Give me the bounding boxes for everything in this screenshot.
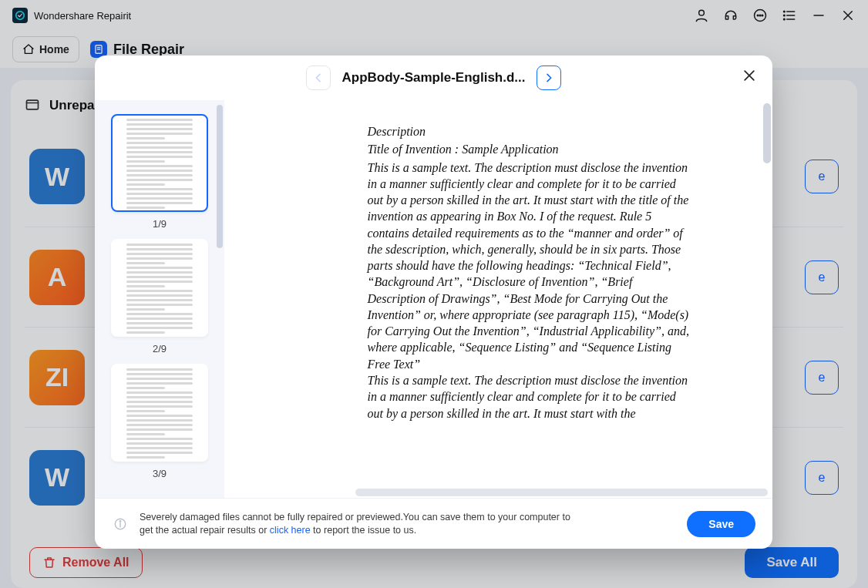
- minimize-icon[interactable]: [811, 8, 826, 23]
- account-icon[interactable]: [694, 8, 709, 23]
- doc-paragraph: This is a sample text. The description m…: [368, 372, 691, 422]
- list-icon[interactable]: [782, 8, 797, 23]
- app-logo-icon: [12, 8, 28, 23]
- modal-notice: Severely damaged files cannot be fully r…: [140, 511, 571, 537]
- file-type-icon: W: [29, 149, 85, 204]
- home-label: Home: [39, 43, 69, 55]
- next-file-button[interactable]: [537, 66, 561, 90]
- modal-footer: Severely damaged files cannot be fully r…: [95, 498, 772, 549]
- title-bar: Wondershare Repairit: [0, 0, 868, 31]
- svg-point-5: [762, 15, 763, 16]
- file-type-icon: A: [29, 250, 85, 305]
- close-app-icon[interactable]: [840, 8, 856, 23]
- save-all-button[interactable]: Save All: [745, 547, 839, 578]
- thumbnail-label: 1/9: [153, 218, 167, 230]
- headset-icon[interactable]: [723, 8, 738, 23]
- svg-point-3: [757, 15, 759, 16]
- file-action-button[interactable]: e: [805, 361, 839, 395]
- notice-text-b: to report the issue to us.: [311, 525, 417, 536]
- doc-paragraph: This is a sample text. The description m…: [368, 160, 691, 372]
- svg-point-0: [16, 12, 25, 20]
- report-link[interactable]: click here: [270, 525, 311, 536]
- modal-close-button[interactable]: [738, 65, 760, 86]
- page-thumbnail[interactable]: [111, 114, 208, 212]
- page-thumbnail[interactable]: [111, 364, 208, 462]
- file-action-button[interactable]: e: [805, 160, 839, 193]
- modal-filename: AppBody-Sample-English.d...: [341, 70, 525, 86]
- file-action-button[interactable]: e: [805, 461, 839, 495]
- app-title: Wondershare Repairit: [34, 10, 131, 22]
- preview-modal: AppBody-Sample-English.d... 1/92/93/9 De…: [95, 55, 772, 549]
- thumbnail-label: 3/9: [153, 468, 167, 479]
- panel-icon: [25, 97, 42, 114]
- svg-rect-18: [27, 100, 39, 109]
- doc-title: Title of Invention : Sample Application: [368, 141, 691, 157]
- prev-file-button[interactable]: [306, 66, 331, 90]
- modal-body: 1/92/93/9 Description Title of Invention…: [95, 100, 772, 498]
- modal-header: AppBody-Sample-English.d...: [95, 55, 772, 100]
- modal-save-button[interactable]: Save: [687, 511, 755, 537]
- file-type-icon: W: [29, 450, 85, 506]
- remove-all-label: Remove All: [62, 556, 130, 570]
- chat-icon[interactable]: [752, 8, 768, 23]
- document-content: Description Title of Invention : Sample …: [252, 100, 745, 498]
- thumbnail-label: 2/9: [153, 343, 167, 354]
- preview-scrollbar-vertical[interactable]: [763, 103, 771, 477]
- svg-point-9: [784, 11, 786, 12]
- doc-heading: Description: [368, 123, 691, 139]
- svg-point-11: [784, 18, 786, 20]
- preview-scrollbar-horizontal[interactable]: [355, 489, 768, 496]
- thumbs-scrollbar[interactable]: [217, 105, 223, 447]
- page-thumbnail[interactable]: [111, 239, 208, 337]
- info-icon: [112, 516, 129, 533]
- file-action-button[interactable]: e: [805, 260, 839, 294]
- preview-pane: Description Title of Invention : Sample …: [224, 100, 772, 498]
- file-type-icon: ZI: [29, 350, 85, 405]
- svg-point-24: [119, 520, 121, 522]
- svg-point-4: [759, 15, 761, 16]
- home-button[interactable]: Home: [12, 36, 79, 62]
- remove-all-button[interactable]: Remove All: [29, 547, 143, 578]
- thumbnail-strip: 1/92/93/9: [95, 100, 224, 498]
- svg-point-1: [699, 10, 705, 15]
- panel-title: Unrepai: [49, 98, 98, 113]
- svg-point-10: [784, 15, 786, 16]
